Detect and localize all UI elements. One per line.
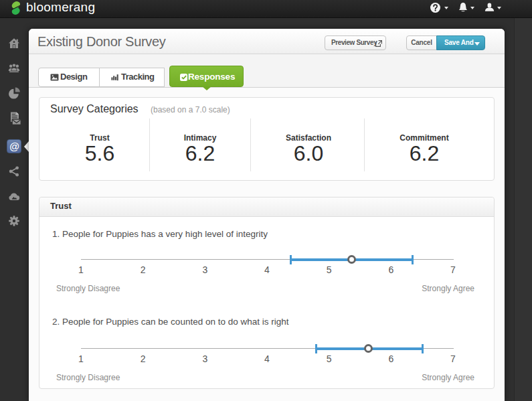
- svg-text:@: @: [9, 141, 19, 152]
